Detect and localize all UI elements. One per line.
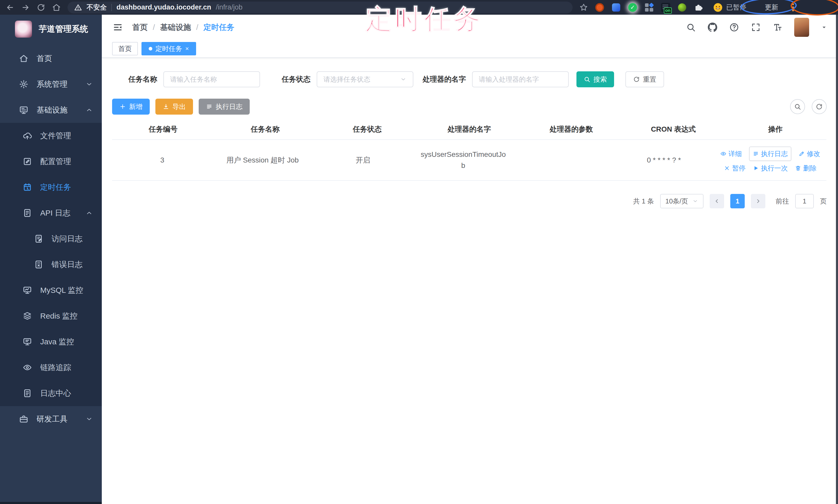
table-toolbar-right [790,99,827,114]
extension-orange-icon[interactable] [595,3,605,12]
job-status-select[interactable]: 请选择任务状态 [317,71,413,87]
sidebar-item-error-log[interactable]: 错误日志 [0,252,102,277]
sidebar-bottom-strip [0,502,102,504]
cloud-upload-icon [23,131,32,140]
api-log-icon [23,208,32,218]
col-handler-name: 处理器的名字 [418,124,520,134]
refresh-table-button[interactable] [812,99,827,114]
sidebar-item-label: Redis 监控 [40,311,77,321]
collapse-menu-icon[interactable] [112,22,123,33]
security-label[interactable]: 不安全 [87,3,107,12]
col-job-id: 任务编号 [112,124,214,134]
search-icon[interactable] [686,22,696,32]
exec-log-button[interactable]: 执行日志 [199,98,250,114]
caret-down-icon[interactable] [821,24,827,30]
extension-plant-icon[interactable] [677,3,687,12]
sidebar-item-scheduled-jobs[interactable]: 定时任务 [0,174,102,200]
github-icon[interactable] [708,22,717,32]
app-logo-row[interactable]: 芋道管理系统 [0,15,102,43]
fullscreen-icon[interactable] [751,22,761,32]
detail-link[interactable]: 详细 [720,149,742,159]
sidebar-item-api-log[interactable]: API 日志 [0,200,102,226]
window-scrollbar[interactable] [836,15,838,504]
cell-job-id: 3 [112,150,212,170]
pagination-total: 共 1 条 [633,197,654,206]
next-page-button[interactable] [751,194,765,208]
search-button[interactable]: 搜索 [576,71,614,87]
filter-job-status: 任务状态 请选择任务状态 [282,71,413,87]
extension-on-icon[interactable]: on [661,3,670,12]
sidebar-item-devtools[interactable]: 研发工具 [0,406,102,432]
sidebar-item-mysql-monitor[interactable]: MySQL 监控 [0,277,102,303]
help-icon[interactable] [729,22,739,32]
schedule-icon [23,183,32,192]
extensions-puzzle-icon[interactable] [694,3,703,12]
toggle-search-button[interactable] [790,99,805,114]
header-actions [686,18,827,37]
font-size-icon[interactable] [772,22,782,32]
sidebar-item-redis-monitor[interactable]: Redis 监控 [0,303,102,329]
breadcrumb-home[interactable]: 首页 [132,22,148,33]
app-logo [15,21,32,38]
reset-button[interactable]: 重置 [625,71,664,87]
edit-link[interactable]: 修改 [799,149,820,159]
back-icon[interactable] [6,3,14,12]
extension-grid-icon[interactable] [644,3,654,12]
reload-icon[interactable] [37,3,45,12]
sidebar-item-home[interactable]: 首页 [0,46,102,71]
prev-page-button[interactable] [710,194,724,208]
job-name-input[interactable] [163,71,260,87]
sidebar-item-label: MySQL 监控 [40,285,83,296]
bookmark-star-icon[interactable] [579,3,588,12]
breadcrumb-infra[interactable]: 基础设施 [160,22,191,33]
sidebar-item-infra[interactable]: 基础设施 [0,97,102,123]
delete-link-label: 删除 [803,163,817,173]
sidebar-item-system[interactable]: 系统管理 [0,71,102,97]
sidebar-item-config-manage[interactable]: 配置管理 [0,149,102,174]
page-unit-label: 页 [820,197,827,206]
tab-scheduled-jobs[interactable]: 定时任务 × [141,42,196,55]
sidebar-item-trace[interactable]: 链路追踪 [0,355,102,380]
sidebar-item-java-monitor[interactable]: Java 监控 [0,329,102,355]
filter-form: 任务名称 任务状态 请选择任务状态 处理器的名字 搜索 [128,71,664,87]
extension-green-check-icon[interactable]: ✓ [628,3,638,12]
export-button[interactable]: 导出 [155,98,193,114]
tab-close-icon[interactable]: × [185,46,189,52]
current-page-button[interactable]: 1 [730,194,745,208]
sidebar-item-log-center[interactable]: 日志中心 [0,380,102,406]
eye-icon [720,151,727,157]
browser-menu-icon[interactable] [792,3,794,11]
handler-name-input[interactable] [472,71,569,87]
export-button-label: 导出 [172,102,186,111]
run-once-link[interactable]: 执行一次 [753,163,788,173]
sidebar-item-access-log[interactable]: 访问日志 [0,226,102,252]
row-exec-log-link[interactable]: 执行日志 [749,146,791,161]
on-badge: on [664,7,672,14]
forward-icon[interactable] [21,3,30,12]
url-bar[interactable]: 不安全 dashboard.yudao.iocoder.cn /infra/jo… [68,2,573,13]
reset-button-label: 重置 [643,75,656,84]
browser-update-button[interactable]: 更新 [765,3,778,12]
sidebar-item-label: 基础设施 [37,105,68,115]
cell-job-status: 开启 [313,150,413,170]
home-nav-icon[interactable] [52,3,61,12]
add-button[interactable]: 新增 [112,98,150,114]
error-log-icon [34,260,43,269]
eye-icon [23,363,32,372]
chevron-left-icon [714,198,720,204]
tab-home[interactable]: 首页 [112,42,138,55]
page-size-select[interactable]: 10条/页 [660,194,703,208]
goto-page-input[interactable] [795,194,814,208]
job-status-placeholder: 请选择任务状态 [324,75,370,84]
sidebar-item-label: 错误日志 [52,259,83,270]
chevron-down-icon [85,415,93,423]
extension-blue-icon[interactable] [611,3,621,12]
user-avatar[interactable] [794,18,809,37]
browser-profile-chip[interactable]: 已暂停 [713,2,746,13]
pause-link[interactable]: 暂停 [724,163,746,173]
cell-job-name: 用户 Session 超时 Job [212,150,313,170]
sidebar-item-file-manage[interactable]: 文件管理 [0,123,102,149]
sidebar-item-label: 文件管理 [40,130,71,141]
col-job-status: 任务状态 [316,124,418,134]
delete-link[interactable]: 删除 [795,163,817,173]
